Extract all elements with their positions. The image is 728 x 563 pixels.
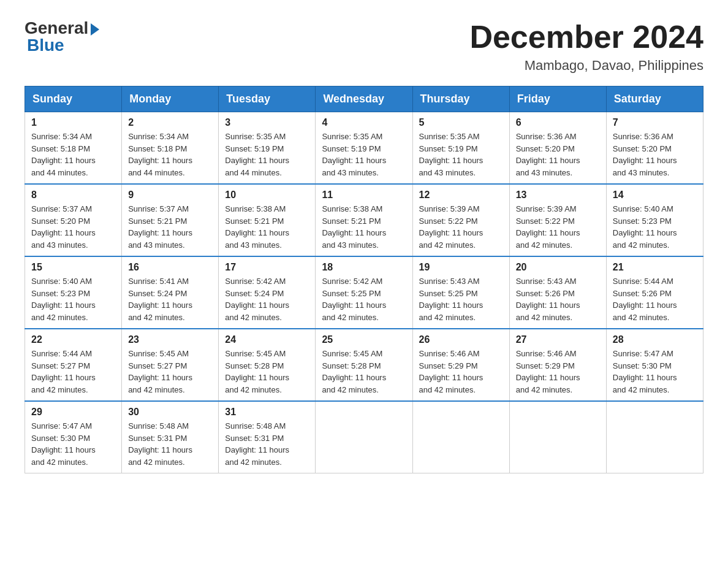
title-section: December 2024 Mambago, Davao, Philippine… — [469, 18, 703, 74]
day-number: 6 — [516, 117, 600, 128]
location: Mambago, Davao, Philippines — [469, 58, 703, 74]
calendar-cell: 26Sunrise: 5:46 AMSunset: 5:29 PMDayligh… — [412, 329, 509, 401]
day-info: Sunrise: 5:38 AMSunset: 5:21 PMDaylight:… — [322, 203, 406, 251]
calendar-cell: 5Sunrise: 5:35 AMSunset: 5:19 PMDaylight… — [412, 112, 509, 185]
day-number: 4 — [322, 117, 406, 128]
day-number: 9 — [128, 190, 212, 201]
day-info: Sunrise: 5:40 AMSunset: 5:23 PMDaylight:… — [613, 203, 697, 251]
day-number: 11 — [322, 190, 406, 201]
calendar-cell: 12Sunrise: 5:39 AMSunset: 5:22 PMDayligh… — [412, 184, 509, 256]
day-info: Sunrise: 5:47 AMSunset: 5:30 PMDaylight:… — [613, 348, 697, 396]
day-number: 30 — [128, 407, 212, 418]
day-number: 10 — [225, 190, 309, 201]
calendar-cell: 8Sunrise: 5:37 AMSunset: 5:20 PMDaylight… — [25, 184, 122, 256]
page-container: General Blue December 2024 Mambago, Dava… — [0, 0, 728, 492]
calendar-week-5: 29Sunrise: 5:47 AMSunset: 5:30 PMDayligh… — [25, 401, 703, 473]
calendar-cell: 20Sunrise: 5:43 AMSunset: 5:26 PMDayligh… — [509, 256, 606, 329]
calendar-cell: 7Sunrise: 5:36 AMSunset: 5:20 PMDaylight… — [606, 112, 703, 185]
day-info: Sunrise: 5:42 AMSunset: 5:24 PMDaylight:… — [225, 275, 309, 323]
calendar-cell: 19Sunrise: 5:43 AMSunset: 5:25 PMDayligh… — [412, 256, 509, 329]
calendar-cell: 3Sunrise: 5:35 AMSunset: 5:19 PMDaylight… — [219, 112, 316, 185]
day-number: 19 — [419, 262, 503, 273]
calendar-cell: 6Sunrise: 5:36 AMSunset: 5:20 PMDaylight… — [509, 112, 606, 185]
calendar-cell — [509, 401, 606, 473]
column-header-tuesday: Tuesday — [219, 86, 316, 112]
day-info: Sunrise: 5:35 AMSunset: 5:19 PMDaylight:… — [225, 131, 309, 178]
day-info: Sunrise: 5:35 AMSunset: 5:19 PMDaylight:… — [419, 131, 503, 178]
calendar-header-row: SundayMondayTuesdayWednesdayThursdayFrid… — [25, 86, 703, 112]
calendar-cell: 31Sunrise: 5:48 AMSunset: 5:31 PMDayligh… — [219, 401, 316, 473]
calendar-week-2: 8Sunrise: 5:37 AMSunset: 5:20 PMDaylight… — [25, 184, 703, 256]
header: General Blue December 2024 Mambago, Dava… — [25, 18, 703, 74]
calendar-cell: 30Sunrise: 5:48 AMSunset: 5:31 PMDayligh… — [122, 401, 219, 473]
calendar-cell — [412, 401, 509, 473]
column-header-wednesday: Wednesday — [316, 86, 412, 112]
calendar-cell: 9Sunrise: 5:37 AMSunset: 5:21 PMDaylight… — [122, 184, 219, 256]
calendar-cell: 11Sunrise: 5:38 AMSunset: 5:21 PMDayligh… — [316, 184, 412, 256]
day-info: Sunrise: 5:48 AMSunset: 5:31 PMDaylight:… — [128, 420, 212, 468]
calendar-cell: 21Sunrise: 5:44 AMSunset: 5:26 PMDayligh… — [606, 256, 703, 329]
day-number: 23 — [128, 334, 212, 345]
day-number: 25 — [322, 334, 406, 345]
day-number: 5 — [419, 117, 503, 128]
day-info: Sunrise: 5:45 AMSunset: 5:27 PMDaylight:… — [128, 348, 212, 396]
day-number: 3 — [225, 117, 309, 128]
calendar-cell: 28Sunrise: 5:47 AMSunset: 5:30 PMDayligh… — [606, 329, 703, 401]
calendar-week-1: 1Sunrise: 5:34 AMSunset: 5:18 PMDaylight… — [25, 112, 703, 185]
calendar-cell: 29Sunrise: 5:47 AMSunset: 5:30 PMDayligh… — [25, 401, 122, 473]
logo-blue-text: Blue — [27, 36, 64, 55]
calendar-table: SundayMondayTuesdayWednesdayThursdayFrid… — [25, 86, 703, 473]
day-info: Sunrise: 5:36 AMSunset: 5:20 PMDaylight:… — [613, 131, 697, 178]
day-info: Sunrise: 5:37 AMSunset: 5:21 PMDaylight:… — [128, 203, 212, 251]
calendar-cell: 16Sunrise: 5:41 AMSunset: 5:24 PMDayligh… — [122, 256, 219, 329]
column-header-monday: Monday — [122, 86, 219, 112]
day-info: Sunrise: 5:38 AMSunset: 5:21 PMDaylight:… — [225, 203, 309, 251]
day-number: 28 — [613, 334, 697, 345]
day-info: Sunrise: 5:34 AMSunset: 5:18 PMDaylight:… — [31, 131, 115, 178]
calendar-cell: 15Sunrise: 5:40 AMSunset: 5:23 PMDayligh… — [25, 256, 122, 329]
day-number: 21 — [613, 262, 697, 273]
day-number: 18 — [322, 262, 406, 273]
logo: General Blue — [25, 18, 99, 55]
day-number: 17 — [225, 262, 309, 273]
calendar-week-4: 22Sunrise: 5:44 AMSunset: 5:27 PMDayligh… — [25, 329, 703, 401]
day-number: 7 — [613, 117, 697, 128]
calendar-cell: 17Sunrise: 5:42 AMSunset: 5:24 PMDayligh… — [219, 256, 316, 329]
calendar-cell: 23Sunrise: 5:45 AMSunset: 5:27 PMDayligh… — [122, 329, 219, 401]
calendar-cell: 25Sunrise: 5:45 AMSunset: 5:28 PMDayligh… — [316, 329, 412, 401]
calendar-cell — [316, 401, 412, 473]
day-number: 15 — [31, 262, 115, 273]
day-number: 8 — [31, 190, 115, 201]
column-header-thursday: Thursday — [412, 86, 509, 112]
calendar-cell: 2Sunrise: 5:34 AMSunset: 5:18 PMDaylight… — [122, 112, 219, 185]
column-header-saturday: Saturday — [606, 86, 703, 112]
day-number: 16 — [128, 262, 212, 273]
column-header-friday: Friday — [509, 86, 606, 112]
calendar-cell: 22Sunrise: 5:44 AMSunset: 5:27 PMDayligh… — [25, 329, 122, 401]
calendar-cell: 18Sunrise: 5:42 AMSunset: 5:25 PMDayligh… — [316, 256, 412, 329]
calendar-week-3: 15Sunrise: 5:40 AMSunset: 5:23 PMDayligh… — [25, 256, 703, 329]
day-info: Sunrise: 5:43 AMSunset: 5:26 PMDaylight:… — [516, 275, 600, 323]
day-info: Sunrise: 5:42 AMSunset: 5:25 PMDaylight:… — [322, 275, 406, 323]
day-number: 12 — [419, 190, 503, 201]
logo-arrow-icon — [91, 23, 99, 36]
day-info: Sunrise: 5:45 AMSunset: 5:28 PMDaylight:… — [225, 348, 309, 396]
day-info: Sunrise: 5:47 AMSunset: 5:30 PMDaylight:… — [31, 420, 115, 468]
day-number: 14 — [613, 190, 697, 201]
day-info: Sunrise: 5:39 AMSunset: 5:22 PMDaylight:… — [516, 203, 600, 251]
calendar-cell: 13Sunrise: 5:39 AMSunset: 5:22 PMDayligh… — [509, 184, 606, 256]
day-info: Sunrise: 5:37 AMSunset: 5:20 PMDaylight:… — [31, 203, 115, 251]
day-number: 13 — [516, 190, 600, 201]
day-info: Sunrise: 5:44 AMSunset: 5:27 PMDaylight:… — [31, 348, 115, 396]
day-info: Sunrise: 5:36 AMSunset: 5:20 PMDaylight:… — [516, 131, 600, 178]
day-number: 29 — [31, 407, 115, 418]
calendar-cell: 27Sunrise: 5:46 AMSunset: 5:29 PMDayligh… — [509, 329, 606, 401]
day-number: 1 — [31, 117, 115, 128]
day-number: 26 — [419, 334, 503, 345]
day-info: Sunrise: 5:43 AMSunset: 5:25 PMDaylight:… — [419, 275, 503, 323]
day-info: Sunrise: 5:45 AMSunset: 5:28 PMDaylight:… — [322, 348, 406, 396]
day-info: Sunrise: 5:46 AMSunset: 5:29 PMDaylight:… — [419, 348, 503, 396]
calendar-cell — [606, 401, 703, 473]
day-info: Sunrise: 5:44 AMSunset: 5:26 PMDaylight:… — [613, 275, 697, 323]
day-number: 31 — [225, 407, 309, 418]
